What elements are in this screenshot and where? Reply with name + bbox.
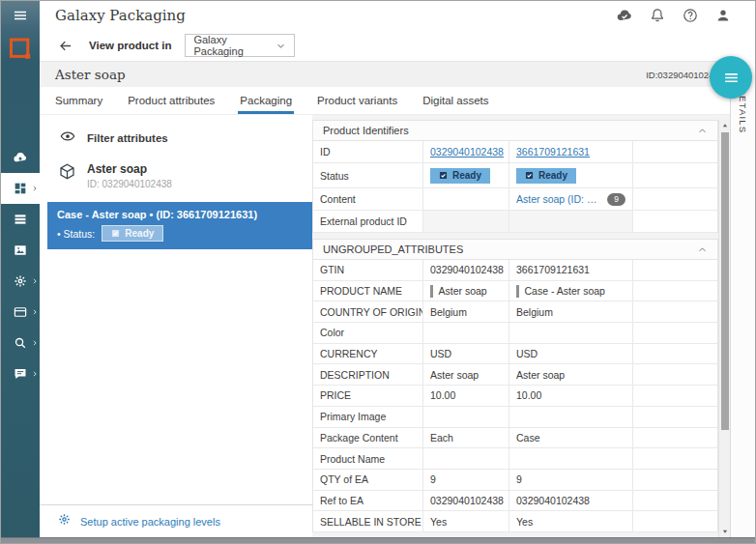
attribute-value-cell[interactable]: Case (509, 428, 633, 448)
attribute-value-cell[interactable] (509, 407, 633, 427)
attribute-value-cell[interactable]: 10.00 (423, 386, 509, 406)
attribute-value-cell[interactable]: Ready (423, 163, 509, 187)
back-arrow-icon[interactable] (57, 38, 73, 54)
tab-product-attributes[interactable]: Product attributes (128, 87, 215, 114)
attribute-value-cell[interactable]: Aster soap (423, 364, 509, 385)
attribute-value-cell[interactable] (423, 323, 509, 343)
attribute-value-cell[interactable] (633, 281, 717, 301)
attribute-value-cell[interactable]: Belgium (423, 301, 509, 322)
table-row: CURRENCYUSDUSD (312, 344, 718, 365)
tab-packaging[interactable]: Packaging (240, 87, 292, 114)
cloud-sync-icon[interactable] (616, 7, 633, 24)
attribute-value-cell[interactable] (633, 188, 717, 210)
scroll-up-arrow-icon[interactable] (719, 120, 730, 131)
attribute-table: Product IdentifiersID0329040102438366170… (312, 120, 718, 532)
sidebar-item-list-view[interactable] (1, 204, 40, 235)
attribute-value-cell[interactable] (509, 448, 633, 469)
attribute-value-cell[interactable]: Yes (509, 511, 633, 531)
attribute-value-cell[interactable] (633, 211, 717, 232)
content-reference-link[interactable]: Aster soap (ID: 032... (516, 193, 601, 205)
context-dropdown[interactable]: Galaxy Packaging (185, 34, 295, 57)
attribute-value-cell[interactable] (633, 428, 717, 448)
attribute-label: Primary Image (313, 407, 423, 427)
attribute-value-cell[interactable]: Aster soap (423, 281, 509, 301)
id-link[interactable]: 0329040102438 (430, 146, 504, 157)
sidebar-item-settings-gear[interactable] (1, 266, 40, 297)
attribute-label: Status (313, 163, 423, 187)
attribute-value-text: 9 (430, 473, 436, 485)
setup-packaging-levels-link[interactable]: Setup active packaging levels (40, 504, 312, 537)
attribute-table-area: Product IdentifiersID0329040102438366170… (312, 115, 730, 537)
hamburger-menu-icon[interactable] (1, 1, 40, 30)
account-icon[interactable] (714, 7, 732, 24)
attribute-value-cell[interactable]: 0329040102438 (423, 260, 509, 280)
product-title: Aster soap (55, 67, 126, 82)
attribute-value-cell[interactable]: Aster soap (509, 364, 633, 385)
attribute-value-cell[interactable]: 0329040102438 (509, 491, 633, 511)
attribute-value-cell[interactable]: 3661709121631 (509, 260, 633, 280)
attribute-value-cell[interactable] (509, 211, 633, 232)
table-row: External product ID (312, 211, 718, 233)
actions-fab-button[interactable] (710, 56, 752, 99)
attribute-value-cell[interactable]: Each (423, 428, 509, 448)
attribute-value-cell[interactable] (633, 260, 717, 280)
attribute-value-cell[interactable]: USD (423, 344, 509, 364)
attribute-value-cell[interactable]: Yes (423, 511, 509, 531)
tree-root-item[interactable]: Aster soap ID: 0329040102438 (40, 162, 312, 189)
table-row: StatusReadyReady (312, 163, 718, 188)
vertical-scrollbar[interactable] (718, 120, 730, 537)
attribute-value-cell[interactable] (633, 386, 717, 406)
attribute-value-cell[interactable]: Ready (509, 163, 633, 187)
notifications-icon[interactable] (649, 7, 666, 24)
attribute-value-cell[interactable] (509, 323, 633, 343)
attribute-value-cell[interactable] (633, 511, 717, 531)
attribute-value-cell[interactable] (423, 407, 509, 427)
attribute-value-cell[interactable] (633, 407, 717, 427)
scrollbar-thumb[interactable] (721, 132, 729, 430)
attribute-value-cell[interactable] (633, 491, 717, 511)
attribute-value-cell[interactable]: 3661709121631 (509, 141, 633, 162)
filter-attributes-button[interactable]: Filter attributes (40, 127, 312, 150)
attribute-value-cell[interactable]: USD (509, 344, 633, 364)
section-header[interactable]: Product Identifiers (312, 120, 718, 141)
attribute-value-cell[interactable] (633, 141, 717, 162)
section-header[interactable]: UNGROUPED_ATTRIBUTES (312, 239, 718, 260)
attribute-value-cell[interactable]: 9 (509, 470, 633, 490)
scroll-down-arrow-icon[interactable] (719, 526, 730, 537)
id-link[interactable]: 3661709121631 (516, 146, 590, 157)
status-badge: Ready (516, 168, 576, 184)
attribute-value-cell[interactable]: 9 (423, 470, 509, 490)
sidebar-item-feedback-chat[interactable] (1, 358, 40, 389)
sidebar-item-cloud-upload[interactable] (1, 142, 40, 173)
sidebar-item-data-card[interactable] (1, 297, 40, 328)
attribute-value-cell[interactable] (633, 470, 717, 490)
table-row: DESCRIPTIONAster soapAster soap (312, 364, 718, 386)
chevron-down-icon (276, 41, 286, 51)
attribute-value-cell[interactable] (423, 188, 509, 210)
sidebar-item-assets-image[interactable] (1, 235, 40, 266)
attribute-value-cell[interactable] (423, 448, 509, 469)
attribute-value-cell[interactable] (633, 448, 717, 469)
sidebar-item-search[interactable] (1, 328, 40, 358)
attribute-value-cell[interactable] (633, 344, 717, 364)
help-icon[interactable] (682, 7, 699, 24)
attribute-value-cell[interactable] (633, 323, 717, 343)
tab-summary[interactable]: Summary (55, 87, 102, 114)
attribute-value-cell[interactable]: 10.00 (509, 386, 633, 406)
attribute-label: GTIN (313, 260, 423, 280)
details-panel-toggle[interactable]: DETAILS (730, 61, 755, 537)
attribute-value-cell[interactable]: Case - Aster soap (509, 281, 633, 301)
attribute-label: Ref to EA (313, 491, 423, 511)
tree-selected-item[interactable]: Case - Aster soap • (ID: 3661709121631) … (47, 202, 312, 249)
attribute-value-cell[interactable]: Aster soap (ID: 032...9 (509, 188, 633, 210)
attribute-value-cell[interactable] (423, 211, 509, 232)
attribute-value-cell[interactable] (633, 364, 717, 385)
tab-product-variants[interactable]: Product variants (317, 87, 397, 114)
attribute-value-cell[interactable]: 0329040102438 (423, 141, 509, 162)
attribute-value-cell[interactable] (633, 301, 717, 322)
attribute-value-cell[interactable] (633, 163, 717, 187)
tab-digital-assets[interactable]: Digital assets (422, 87, 488, 114)
sidebar-item-products-grid[interactable] (1, 173, 40, 204)
attribute-value-cell[interactable]: Belgium (509, 301, 633, 322)
attribute-value-cell[interactable]: 0329040102438 (423, 491, 509, 511)
